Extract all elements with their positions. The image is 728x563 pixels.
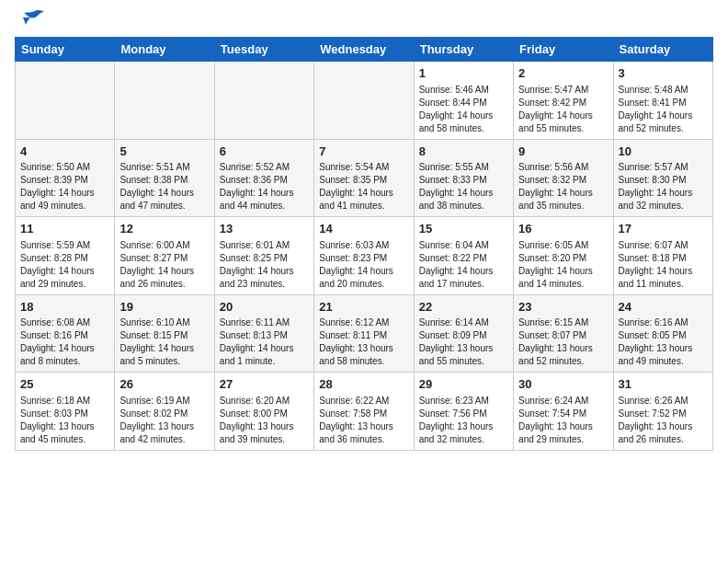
calendar-cell: 26Sunrise: 6:19 AM Sunset: 8:02 PM Dayli… (115, 373, 214, 451)
weekday-header-sunday: Sunday (16, 38, 115, 62)
calendar-table: SundayMondayTuesdayWednesdayThursdayFrid… (15, 37, 713, 451)
day-info: Sunrise: 5:59 AM Sunset: 8:28 PM Dayligh… (20, 239, 109, 291)
day-number: 21 (319, 299, 408, 316)
calendar-cell: 16Sunrise: 6:05 AM Sunset: 8:20 PM Dayli… (514, 217, 613, 295)
day-number: 6 (220, 144, 309, 160)
weekday-header-row: SundayMondayTuesdayWednesdayThursdayFrid… (16, 38, 713, 62)
day-info: Sunrise: 6:07 AM Sunset: 8:18 PM Dayligh… (619, 239, 708, 291)
day-info: Sunrise: 6:05 AM Sunset: 8:20 PM Dayligh… (518, 239, 608, 291)
day-info: Sunrise: 6:12 AM Sunset: 8:11 PM Dayligh… (319, 316, 408, 368)
day-info: Sunrise: 5:50 AM Sunset: 8:39 PM Dayligh… (20, 161, 109, 213)
day-info: Sunrise: 6:08 AM Sunset: 8:16 PM Dayligh… (20, 316, 109, 368)
weekday-header-wednesday: Wednesday (314, 38, 414, 62)
day-number: 22 (419, 299, 508, 316)
calendar-cell: 23Sunrise: 6:15 AM Sunset: 8:07 PM Dayli… (514, 294, 613, 373)
day-number: 23 (518, 299, 608, 316)
day-info: Sunrise: 6:23 AM Sunset: 7:56 PM Dayligh… (419, 395, 508, 446)
weekday-header-friday: Friday (514, 38, 613, 62)
calendar-cell: 15Sunrise: 6:04 AM Sunset: 8:22 PM Dayli… (414, 217, 513, 295)
calendar-cell (115, 62, 214, 140)
day-info: Sunrise: 5:55 AM Sunset: 8:33 PM Dayligh… (419, 161, 508, 213)
day-info: Sunrise: 6:18 AM Sunset: 8:03 PM Dayligh… (20, 395, 109, 446)
day-number: 12 (119, 221, 209, 237)
calendar-cell: 11Sunrise: 5:59 AM Sunset: 8:28 PM Dayli… (16, 217, 115, 295)
day-number: 11 (20, 221, 109, 237)
calendar-cell: 19Sunrise: 6:10 AM Sunset: 8:15 PM Dayli… (115, 294, 214, 373)
day-info: Sunrise: 6:04 AM Sunset: 8:22 PM Dayligh… (419, 239, 508, 291)
calendar-cell: 9Sunrise: 5:56 AM Sunset: 8:32 PM Daylig… (514, 139, 613, 217)
day-number: 29 (419, 376, 508, 393)
calendar-cell: 2Sunrise: 5:47 AM Sunset: 8:42 PM Daylig… (514, 62, 613, 140)
day-number: 9 (518, 144, 608, 160)
day-number: 8 (419, 144, 508, 160)
day-number: 24 (619, 299, 708, 316)
weekday-header-thursday: Thursday (414, 38, 513, 62)
calendar-cell: 20Sunrise: 6:11 AM Sunset: 8:13 PM Dayli… (214, 294, 313, 373)
day-number: 4 (20, 144, 109, 160)
day-number: 16 (518, 221, 608, 237)
logo-bird-icon (17, 9, 44, 29)
day-number: 25 (20, 376, 109, 393)
calendar-cell: 18Sunrise: 6:08 AM Sunset: 8:16 PM Dayli… (16, 294, 115, 373)
calendar-cell: 7Sunrise: 5:54 AM Sunset: 8:35 PM Daylig… (314, 139, 414, 217)
day-info: Sunrise: 6:01 AM Sunset: 8:25 PM Dayligh… (220, 239, 309, 291)
calendar-week-row: 1Sunrise: 5:46 AM Sunset: 8:44 PM Daylig… (16, 62, 713, 140)
calendar-cell: 3Sunrise: 5:48 AM Sunset: 8:41 PM Daylig… (613, 62, 712, 140)
day-number: 2 (518, 65, 608, 82)
calendar-cell: 5Sunrise: 5:51 AM Sunset: 8:38 PM Daylig… (115, 139, 214, 217)
calendar-week-row: 18Sunrise: 6:08 AM Sunset: 8:16 PM Dayli… (16, 294, 713, 373)
calendar-cell: 27Sunrise: 6:20 AM Sunset: 8:00 PM Dayli… (214, 373, 313, 451)
calendar-cell: 10Sunrise: 5:57 AM Sunset: 8:30 PM Dayli… (613, 139, 712, 217)
day-info: Sunrise: 6:26 AM Sunset: 7:52 PM Dayligh… (619, 395, 708, 446)
day-number: 26 (119, 376, 209, 393)
day-number: 17 (619, 221, 708, 237)
calendar-cell (16, 62, 115, 140)
calendar-cell: 8Sunrise: 5:55 AM Sunset: 8:33 PM Daylig… (414, 139, 513, 217)
day-info: Sunrise: 5:46 AM Sunset: 8:44 PM Dayligh… (419, 84, 508, 135)
calendar-week-row: 11Sunrise: 5:59 AM Sunset: 8:28 PM Dayli… (16, 217, 713, 295)
calendar-cell: 22Sunrise: 6:14 AM Sunset: 8:09 PM Dayli… (414, 294, 513, 373)
day-number: 10 (619, 144, 708, 160)
day-number: 28 (319, 376, 408, 393)
day-number: 27 (220, 376, 309, 393)
day-info: Sunrise: 6:11 AM Sunset: 8:13 PM Dayligh… (220, 316, 309, 368)
calendar-cell: 13Sunrise: 6:01 AM Sunset: 8:25 PM Dayli… (214, 217, 313, 295)
calendar-week-row: 25Sunrise: 6:18 AM Sunset: 8:03 PM Dayli… (16, 373, 713, 451)
day-info: Sunrise: 6:10 AM Sunset: 8:15 PM Dayligh… (119, 316, 209, 368)
calendar-cell: 29Sunrise: 6:23 AM Sunset: 7:56 PM Dayli… (414, 373, 513, 451)
day-number: 19 (119, 299, 209, 316)
day-number: 31 (619, 376, 708, 393)
day-info: Sunrise: 6:20 AM Sunset: 8:00 PM Dayligh… (220, 395, 309, 446)
calendar-cell: 24Sunrise: 6:16 AM Sunset: 8:05 PM Dayli… (613, 294, 712, 373)
day-info: Sunrise: 6:22 AM Sunset: 7:58 PM Dayligh… (319, 395, 408, 446)
day-info: Sunrise: 6:15 AM Sunset: 8:07 PM Dayligh… (518, 316, 608, 368)
day-number: 15 (419, 221, 508, 237)
weekday-header-monday: Monday (115, 38, 214, 62)
calendar-cell: 6Sunrise: 5:52 AM Sunset: 8:36 PM Daylig… (214, 139, 313, 217)
calendar-cell: 31Sunrise: 6:26 AM Sunset: 7:52 PM Dayli… (613, 373, 712, 451)
day-info: Sunrise: 5:56 AM Sunset: 8:32 PM Dayligh… (518, 161, 608, 213)
day-number: 7 (319, 144, 408, 160)
day-info: Sunrise: 5:51 AM Sunset: 8:38 PM Dayligh… (119, 161, 209, 213)
calendar-week-row: 4Sunrise: 5:50 AM Sunset: 8:39 PM Daylig… (16, 139, 713, 217)
day-number: 14 (319, 221, 408, 237)
calendar-cell: 21Sunrise: 6:12 AM Sunset: 8:11 PM Dayli… (314, 294, 414, 373)
day-number: 13 (220, 221, 309, 237)
day-info: Sunrise: 5:54 AM Sunset: 8:35 PM Dayligh… (319, 161, 408, 213)
calendar-cell: 28Sunrise: 6:22 AM Sunset: 7:58 PM Dayli… (314, 373, 414, 451)
calendar-cell (314, 62, 414, 140)
calendar-cell: 14Sunrise: 6:03 AM Sunset: 8:23 PM Dayli… (314, 217, 414, 295)
calendar-cell: 17Sunrise: 6:07 AM Sunset: 8:18 PM Dayli… (613, 217, 712, 295)
day-number: 20 (220, 299, 309, 316)
day-number: 18 (20, 299, 109, 316)
logo (15, 15, 44, 29)
day-number: 30 (518, 376, 608, 393)
day-info: Sunrise: 6:19 AM Sunset: 8:02 PM Dayligh… (119, 395, 209, 446)
day-number: 5 (119, 144, 209, 160)
page-header (15, 15, 713, 29)
calendar-cell: 25Sunrise: 6:18 AM Sunset: 8:03 PM Dayli… (16, 373, 115, 451)
day-number: 1 (419, 65, 508, 82)
day-info: Sunrise: 5:48 AM Sunset: 8:41 PM Dayligh… (619, 84, 708, 135)
day-info: Sunrise: 6:16 AM Sunset: 8:05 PM Dayligh… (619, 316, 708, 368)
calendar-cell: 4Sunrise: 5:50 AM Sunset: 8:39 PM Daylig… (16, 139, 115, 217)
